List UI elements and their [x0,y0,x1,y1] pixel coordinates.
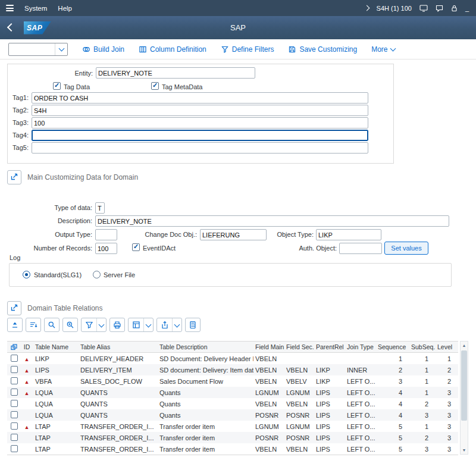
table-row[interactable]: ▲LIKPDELIVERY_HEADERSD Document: Deliver… [7,353,458,364]
col-table-name[interactable]: Table Name [33,343,79,350]
table-row[interactable]: LQUAQUANTSQuantsPOSNRPOSNRLIPSLEFT O...4… [7,409,458,421]
col-level[interactable]: Level [436,343,458,350]
table-row[interactable]: LTAPTRANSFER_ORDER_I...Transfer order it… [7,432,458,443]
calculator-button[interactable] [185,318,201,332]
session-screen-icon[interactable] [419,5,428,12]
relations-section-header: Domain Table Relations [7,301,103,315]
print-button[interactable] [109,318,125,332]
table-row[interactable]: LTAPTRANSFER_ORDER_I...Transfer order it… [7,443,458,455]
output-type-input[interactable] [95,229,117,240]
row-status-cell: ▲ [20,423,33,430]
type-of-data-input[interactable] [95,202,105,214]
search-next-button[interactable] [62,318,78,332]
entity-input[interactable] [96,67,255,79]
table-scrollbar[interactable]: ▲ ▼ [460,341,468,455]
export-menu-arrow[interactable] [172,318,181,331]
row-select-cell [7,355,20,363]
cell-level: 3 [436,412,458,419]
expand-section-button[interactable] [7,301,21,315]
layout-combobox[interactable] [8,43,68,56]
views-menubutton[interactable] [128,318,154,332]
cell-level: 3 [436,389,458,396]
define-filters-button[interactable]: Define Filters [221,45,274,54]
filter-menu-arrow[interactable] [96,318,106,331]
table-row[interactable]: LQUAQUANTSQuantsVBELNVBELNLIPSLEFT O...4… [7,398,458,409]
header-bar: SAP SAP [0,16,476,39]
col-field-main[interactable]: Field Main [253,343,284,350]
number-of-records-input[interactable] [95,243,117,254]
row-select-cell [7,434,20,442]
col-parentrel[interactable]: ParentRel [314,343,345,350]
column-definition-button[interactable]: Column Definition [139,45,206,54]
col-join-type[interactable]: Join Type [345,343,376,350]
col-field-sec[interactable]: Field Sec. [284,343,314,350]
minimize-button[interactable]: _ [465,5,469,12]
tag-metadata-checkbox[interactable] [151,82,159,90]
sort-descending-button[interactable] [26,318,41,332]
row-select-checkbox[interactable] [11,366,18,373]
cell-table-description: Transfer order item [158,434,253,441]
cell-subseq: 1 [409,367,436,374]
hamburger-menu-icon[interactable] [6,5,14,11]
server-file-radio[interactable] [93,271,101,278]
cell-table-alias: TRANSFER_ORDER_I... [79,446,158,453]
auth-object-input[interactable] [339,243,382,254]
row-select-checkbox[interactable] [11,389,18,396]
tag-data-checkbox[interactable] [53,82,61,90]
search-button[interactable] [44,318,60,332]
more-button[interactable]: More [371,45,394,54]
row-select-checkbox[interactable] [11,355,18,362]
scrollbar-thumb[interactable] [461,350,467,421]
eventidact-checkbox[interactable] [132,243,140,251]
col-table-alias[interactable]: Table Alias [79,343,158,350]
scroll-up-button[interactable]: ▲ [461,342,468,349]
tag2-input[interactable] [32,105,368,116]
lock-icon[interactable] [451,5,458,12]
row-select-checkbox[interactable] [11,434,18,441]
tag5-input[interactable] [32,142,368,154]
table-row[interactable]: ▲LTAPTRANSFER_ORDER_I...Transfer order i… [7,421,458,432]
row-select-checkbox[interactable] [11,377,18,384]
row-select-checkbox[interactable] [11,400,18,407]
select-all-header[interactable] [7,344,20,350]
chevron-right-icon[interactable] [364,5,369,11]
change-doc-obj-input[interactable] [200,229,267,240]
log-group-title: Log [10,254,20,261]
row-select-cell [7,377,20,386]
object-type-input[interactable] [316,229,381,240]
table-row[interactable]: ▲LQUAQUANTSQuantsLGNUMLGNUMLIPSLEFT O...… [7,387,458,398]
tag1-input[interactable] [32,92,368,104]
export-menubutton[interactable] [156,318,182,332]
menu-help[interactable]: Help [58,5,72,12]
col-sequence[interactable]: Sequence [376,343,409,350]
export-button[interactable] [157,318,172,331]
col-table-description[interactable]: Table Description [158,343,253,350]
views-menu-arrow[interactable] [143,318,153,331]
description-input[interactable] [95,215,449,227]
col-id[interactable]: ID [20,343,33,350]
back-button[interactable] [8,24,14,32]
cell-field-main: VBELN [253,378,284,385]
row-select-checkbox[interactable] [11,422,18,430]
table-row[interactable]: ▲LIPSDELIVERY_ITEMSD document: Delivery:… [7,364,458,375]
table-row[interactable]: ▲VBFASALES_DOC_FLOWSales Document FlowVB… [7,375,458,387]
table-view-button[interactable] [129,318,143,331]
cell-subseq: 2 [409,400,436,408]
chevron-down-icon[interactable] [55,43,67,55]
standard-slg1-radio[interactable] [23,271,30,278]
chat-icon[interactable] [436,5,443,12]
sort-ascending-button[interactable] [7,318,23,332]
build-join-button[interactable]: Build Join [82,45,124,54]
expand-section-button[interactable] [7,170,21,184]
set-filter-button[interactable] [82,318,96,331]
row-select-checkbox[interactable] [11,445,18,452]
filter-menubutton[interactable] [81,318,107,332]
menu-system[interactable]: System [24,5,47,12]
row-select-checkbox[interactable] [11,411,18,418]
tag4-input[interactable] [32,130,368,141]
scroll-down-button[interactable]: ▼ [461,446,468,454]
save-customizing-button[interactable]: Save Customizing [288,45,357,54]
tag3-input[interactable] [32,117,368,129]
set-values-button[interactable]: Set values [384,242,428,255]
col-subseq[interactable]: SubSeq. [409,343,436,350]
